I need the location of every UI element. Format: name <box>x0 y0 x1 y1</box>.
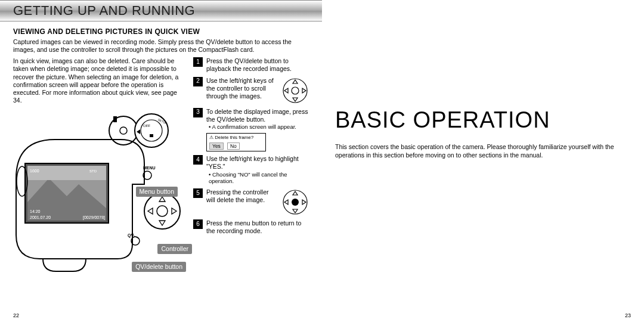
step-4: 4 Use the left/right keys to highlight "… <box>193 155 309 185</box>
camera-icon <box>150 134 153 137</box>
callout-menu-button: Menu button <box>136 187 178 197</box>
section-intro-paragraph: This section covers the basic operation … <box>335 143 631 159</box>
step-number: 5 <box>193 188 203 198</box>
controller-icon <box>281 188 309 216</box>
svg-marker-28 <box>293 191 298 195</box>
step-text: Press the QV/delete button to playback t… <box>206 57 309 73</box>
section-heading: VIEWING AND DELETING PICTURES IN QUICK V… <box>13 27 309 36</box>
dial-off-label: OFF <box>143 124 150 128</box>
step-number: 4 <box>193 155 203 165</box>
callout-qv-delete-button: QV/delete button <box>132 262 186 272</box>
step-3: 3 To delete the displayed image, press t… <box>193 108 309 152</box>
lcd-time: 14:20 <box>30 209 41 213</box>
callout-controller: Controller <box>157 244 192 254</box>
lcd-date: 2001.07.20 <box>30 215 51 219</box>
step-text: Use the left/right keys of the controlle… <box>206 77 278 100</box>
chapter-title: GETTING UP AND RUNNING <box>13 3 309 18</box>
svg-rect-2 <box>113 116 117 122</box>
deletion-note: In quick view, images can also be delete… <box>13 57 186 104</box>
lcd-iso: 1600 <box>30 169 39 173</box>
menu-label: MENU <box>143 166 156 170</box>
two-column-area: In quick view, images can also be delete… <box>13 57 309 274</box>
svg-point-20 <box>283 79 307 103</box>
section-title: BASIC OPERATION <box>335 107 631 133</box>
svg-rect-9 <box>27 166 106 180</box>
page-22: GETTING UP AND RUNNING VIEWING AND DELET… <box>0 0 322 322</box>
svg-marker-29 <box>293 209 298 213</box>
svg-marker-25 <box>302 88 306 93</box>
svg-marker-24 <box>284 88 288 93</box>
page-23: BASIC OPERATION This section covers the … <box>322 0 644 322</box>
page-spread: GETTING UP AND RUNNING VIEWING AND DELET… <box>0 0 644 322</box>
step-text: Press the menu button to return to the r… <box>206 219 309 235</box>
svg-point-21 <box>292 87 299 94</box>
svg-point-11 <box>144 193 180 229</box>
dialog-no-button[interactable]: No <box>227 143 240 150</box>
camera-back-illustration: OFF SETUP 1600 STD 14:20 <box>13 107 186 274</box>
step-text: To delete the displayed image, press the… <box>206 108 309 123</box>
left-column: In quick view, images can also be delete… <box>13 57 186 274</box>
page-number-right: 23 <box>625 312 631 318</box>
svg-marker-31 <box>302 200 306 205</box>
step-number: 6 <box>193 219 203 229</box>
intro-paragraph: Captured images can be viewed in recordi… <box>13 38 309 54</box>
page-number-left: 22 <box>13 312 19 318</box>
dialog-yes-button[interactable]: Yes <box>209 143 224 150</box>
step-number: 1 <box>193 57 203 67</box>
svg-point-27 <box>292 199 299 206</box>
step-5: 5 Pressing the controller will delete th… <box>193 188 309 216</box>
step-number: 3 <box>193 108 203 117</box>
svg-marker-22 <box>293 80 298 83</box>
lcd-mode: STD <box>89 169 97 173</box>
step-6: 6 Press the menu button to return to the… <box>193 219 309 235</box>
dialog-title: ⚠ Delete this frame? <box>209 135 263 141</box>
step-1: 1 Press the QV/delete button to playback… <box>193 57 309 73</box>
controller-icon <box>281 77 309 104</box>
lcd-count: [0029/0078] <box>83 215 105 220</box>
controller-pad-drawing <box>144 193 180 229</box>
step-sub: • Choosing "NO" will cancel the operatio… <box>209 171 309 185</box>
chapter-header-bar: GETTING UP AND RUNNING <box>0 0 322 21</box>
svg-marker-30 <box>284 200 288 205</box>
step-text: Use the left/right keys to highlight "YE… <box>206 155 309 171</box>
step-sub: • A confirmation screen will appear. <box>209 123 309 131</box>
svg-marker-23 <box>293 98 298 101</box>
steps-column: 1 Press the QV/delete button to playback… <box>193 57 309 274</box>
svg-point-1 <box>120 127 127 134</box>
delete-confirmation-dialog: ⚠ Delete this frame? Yes No <box>206 133 266 152</box>
step-text: Pressing the controller will delete the … <box>206 188 278 204</box>
step-2: 2 Use the left/right keys of the control… <box>193 77 309 104</box>
step-number: 2 <box>193 77 203 86</box>
